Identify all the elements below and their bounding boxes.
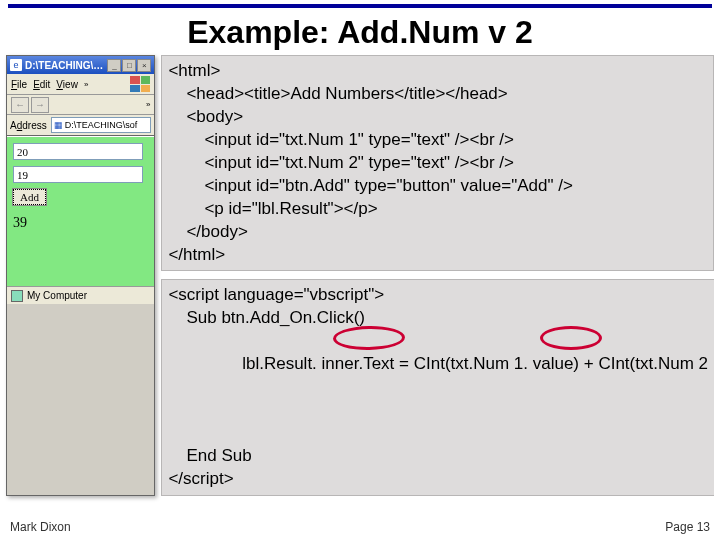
code-line: <input id="txt.Num 1" type="text" /><br …: [168, 129, 707, 152]
code-line: End Sub: [168, 445, 708, 468]
main-area: e D:\TEACHING\… _ □ × File Edit View » ←…: [0, 55, 720, 496]
page-number: Page 13: [665, 520, 710, 534]
forward-button[interactable]: →: [31, 97, 49, 113]
emphasis-circle-1: [333, 326, 405, 351]
address-label: Address: [10, 120, 47, 131]
menubar: File Edit View »: [7, 74, 154, 95]
slide-title: Example: Add.Num v 2: [0, 8, 720, 55]
code-line: <head><title>Add Numbers</title></head>: [168, 83, 707, 106]
code-line: <script language="vbscript">: [168, 284, 708, 307]
txt-num2-input[interactable]: [13, 166, 143, 183]
code-line: </script>: [168, 468, 708, 491]
toolbar-more[interactable]: »: [146, 100, 150, 109]
max-button[interactable]: □: [122, 59, 136, 72]
code-column: <html> <head><title>Add Numbers</title><…: [161, 55, 714, 496]
page-content: Add 39: [7, 136, 154, 286]
txt-num1-input[interactable]: [13, 143, 143, 160]
menu-more[interactable]: »: [84, 80, 88, 89]
address-value: D:\TEACHING\sof: [65, 120, 138, 130]
code-line: lbl.Result. inner.Text = CInt(txt.Num 1.…: [168, 330, 708, 445]
menu-view[interactable]: View: [56, 79, 78, 90]
status-text: My Computer: [27, 290, 87, 301]
code-html: <html> <head><title>Add Numbers</title><…: [161, 55, 714, 271]
back-button[interactable]: ←: [11, 97, 29, 113]
ie-icon: e: [10, 59, 22, 71]
window-title: D:\TEACHING\…: [25, 60, 106, 71]
address-bar: Address ▦ D:\TEACHING\sof: [7, 115, 154, 136]
code-line: <p id="lbl.Result"></p>: [168, 198, 707, 221]
code-line: Sub btn.Add_On.Click(): [168, 307, 708, 330]
footer: Mark Dixon Page 13: [10, 520, 710, 534]
address-input[interactable]: ▦ D:\TEACHING\sof: [51, 117, 152, 133]
code-line: </body>: [168, 221, 707, 244]
close-button[interactable]: ×: [137, 59, 151, 72]
code-line: <input id="txt.Num 2" type="text" /><br …: [168, 152, 707, 175]
menu-edit[interactable]: Edit: [33, 79, 50, 90]
code-line: <input id="btn.Add" type="button" value=…: [168, 175, 707, 198]
computer-icon: [11, 290, 23, 302]
code-line: <body>: [168, 106, 707, 129]
statusbar: My Computer: [7, 286, 154, 304]
author-name: Mark Dixon: [10, 520, 71, 534]
emphasis-circle-2: [540, 326, 602, 350]
browser-window: e D:\TEACHING\… _ □ × File Edit View » ←…: [6, 55, 155, 496]
page-icon: ▦: [54, 120, 63, 130]
code-line: </html>: [168, 244, 707, 267]
menu-file[interactable]: File: [11, 79, 27, 90]
code-script: <script language="vbscript"> Sub btn.Add…: [161, 279, 714, 495]
code-line: <html>: [168, 60, 707, 83]
titlebar: e D:\TEACHING\… _ □ ×: [7, 56, 154, 74]
windows-logo-icon: [130, 76, 150, 92]
result-label: 39: [13, 215, 148, 231]
min-button[interactable]: _: [107, 59, 121, 72]
add-button[interactable]: Add: [13, 189, 46, 205]
toolbar: ← → »: [7, 95, 154, 115]
